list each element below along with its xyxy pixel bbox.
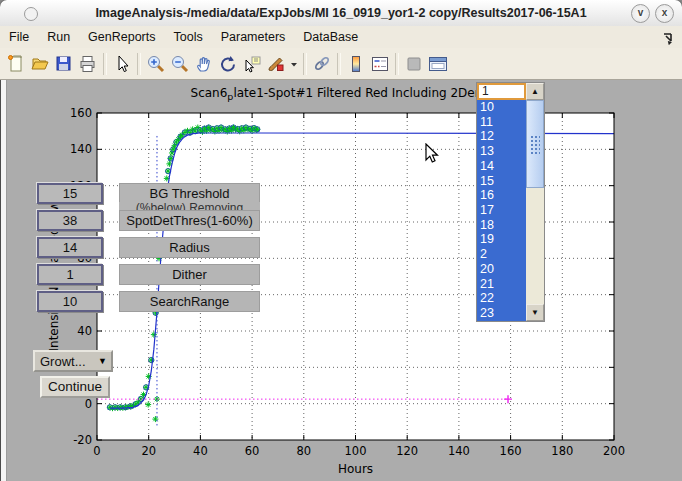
- spot-item-22[interactable]: 22: [477, 291, 526, 306]
- dither-field[interactable]: 1: [37, 264, 103, 285]
- menu-database[interactable]: DataBase: [294, 28, 367, 46]
- rotate-3d-icon[interactable]: [216, 52, 240, 76]
- link-plots-icon[interactable]: [310, 52, 334, 76]
- growth-mode-dropdown[interactable]: Growt... ▼: [33, 350, 113, 372]
- scrollbar-thumb[interactable]: [526, 100, 544, 188]
- x-axis-label: Hours: [338, 462, 373, 476]
- mouse-cursor: [425, 143, 443, 165]
- dock-figure-window-icon[interactable]: [426, 52, 450, 76]
- menu-run[interactable]: Run: [38, 28, 79, 46]
- svg-text:180: 180: [551, 444, 573, 458]
- spot-number-dropdown: 1 ▲ 10111213141516171819220212223 ▼: [477, 83, 544, 321]
- svg-text:200: 200: [603, 444, 625, 458]
- spot-item-20[interactable]: 20: [477, 262, 526, 277]
- close-window-button[interactable]: x: [655, 4, 674, 23]
- zoom-out-icon[interactable]: [168, 52, 192, 76]
- spot-det-thres-button[interactable]: SpotDetThres(1-60%): [119, 210, 260, 231]
- print-icon[interactable]: [76, 52, 100, 76]
- search-range-field[interactable]: 10: [37, 291, 103, 312]
- svg-text:120: 120: [396, 444, 418, 458]
- menubar: FileRunGenReportsToolsParametersDataBase: [0, 26, 682, 49]
- svg-text:160: 160: [70, 106, 92, 120]
- svg-text:0: 0: [85, 397, 92, 411]
- shade-window-button[interactable]: v: [631, 4, 650, 23]
- spot-item-18[interactable]: 18: [477, 218, 526, 233]
- scroll-up-arrow-icon[interactable]: ▲: [526, 83, 544, 100]
- new-document-icon[interactable]: [4, 52, 28, 76]
- toolbar-separator: [103, 53, 107, 75]
- bg-threshold-subline: (%below) Removing: [119, 202, 260, 210]
- plot-title: Scan6plate1-Spot#1 Filtered Red Includin…: [191, 86, 521, 102]
- toolbar-separator: [395, 53, 399, 75]
- brush-caret-icon[interactable]: [288, 52, 300, 76]
- spot-item-10[interactable]: 10: [477, 100, 526, 115]
- zoom-in-icon[interactable]: [144, 52, 168, 76]
- svg-text:140: 140: [70, 142, 92, 156]
- toolbar-separator: [337, 53, 341, 75]
- data-cursor-icon[interactable]: [240, 52, 264, 76]
- search-range-button[interactable]: SearchRange: [119, 291, 260, 312]
- menu-parameters[interactable]: Parameters: [212, 28, 295, 46]
- colorbar-icon[interactable]: [344, 52, 368, 76]
- radius-field[interactable]: 14: [37, 237, 103, 258]
- svg-text:40: 40: [193, 444, 208, 458]
- toolbar-separator: [303, 53, 307, 75]
- dock-figure-icon[interactable]: [662, 31, 676, 45]
- growth-mode-label: Growt...: [35, 354, 98, 369]
- svg-text:60: 60: [245, 444, 260, 458]
- chevron-down-icon: ▼: [98, 356, 111, 366]
- spot-item-15[interactable]: 15: [477, 174, 526, 189]
- spot-item-23[interactable]: 23: [477, 306, 526, 321]
- spot-item-19[interactable]: 19: [477, 232, 526, 247]
- dither-button[interactable]: Dither: [119, 264, 260, 285]
- svg-text:0: 0: [93, 444, 100, 458]
- svg-text:100: 100: [345, 444, 367, 458]
- window-title: ImageAnalysis-/media/data/ExpJobs/MI 16_…: [0, 6, 682, 20]
- svg-text:20: 20: [141, 444, 156, 458]
- menu-tools[interactable]: Tools: [165, 28, 212, 46]
- legend-icon[interactable]: [368, 52, 392, 76]
- spot-item-16[interactable]: 16: [477, 188, 526, 203]
- open-folder-icon[interactable]: [28, 52, 52, 76]
- svg-text:40: 40: [77, 324, 92, 338]
- bg-threshold-button[interactable]: BG Threshold: [119, 183, 260, 204]
- gray-square-icon[interactable]: [402, 52, 426, 76]
- spot-item-14[interactable]: 14: [477, 159, 526, 174]
- app-window: ImageAnalysis-/media/data/ExpJobs/MI 16_…: [0, 0, 682, 481]
- spot-item-2[interactable]: 2: [477, 247, 526, 262]
- spot-item-13[interactable]: 13: [477, 144, 526, 159]
- scroll-down-arrow-icon[interactable]: ▼: [526, 304, 544, 321]
- svg-text:160: 160: [500, 444, 522, 458]
- radius-button[interactable]: Radius: [119, 237, 260, 258]
- window-menu-button[interactable]: [24, 7, 38, 21]
- spot-item-11[interactable]: 11: [477, 115, 526, 130]
- save-icon[interactable]: [52, 52, 76, 76]
- spot-number-list: 10111213141516171819220212223: [477, 100, 526, 321]
- toolbar: [0, 48, 682, 80]
- pan-hand-icon[interactable]: [192, 52, 216, 76]
- scrollbar-track[interactable]: [526, 188, 544, 304]
- menu-file[interactable]: File: [0, 28, 38, 46]
- bg-threshold-field[interactable]: 15: [37, 183, 103, 204]
- svg-text:80: 80: [296, 444, 311, 458]
- spot-det-thres-field[interactable]: 38: [37, 210, 103, 231]
- spot-list-scrollbar[interactable]: ▼: [526, 100, 544, 321]
- spot-item-12[interactable]: 12: [477, 129, 526, 144]
- svg-text:140: 140: [448, 444, 470, 458]
- spot-number-value[interactable]: 1: [477, 83, 526, 100]
- pointer-icon[interactable]: [110, 52, 134, 76]
- continue-button[interactable]: Continue: [40, 376, 110, 398]
- toolbar-separator: [137, 53, 141, 75]
- menu-genreports[interactable]: GenReports: [79, 28, 164, 46]
- brush-icon[interactable]: [264, 52, 288, 76]
- spot-item-21[interactable]: 21: [477, 277, 526, 292]
- spot-item-17[interactable]: 17: [477, 203, 526, 218]
- svg-text:-20: -20: [73, 433, 92, 447]
- titlebar: ImageAnalysis-/media/data/ExpJobs/MI 16_…: [0, 0, 682, 27]
